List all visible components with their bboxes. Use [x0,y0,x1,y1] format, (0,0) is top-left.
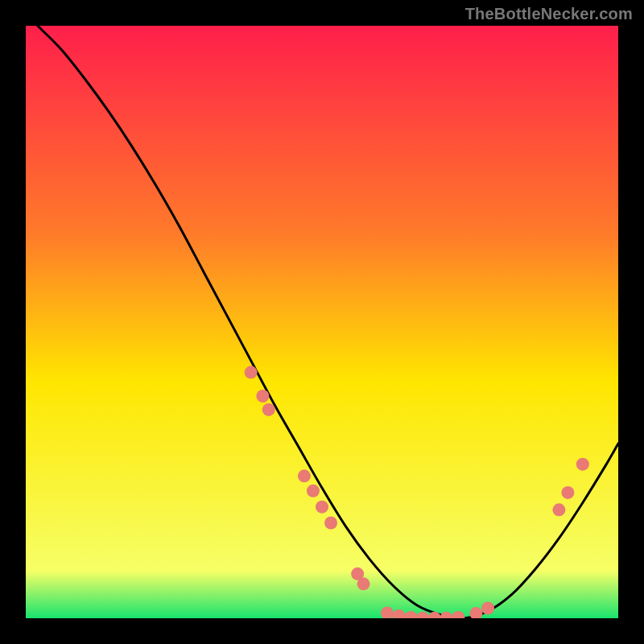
data-point [307,485,320,497]
data-point [481,601,494,614]
data-point [324,517,337,530]
chart-plot-area [26,26,618,618]
data-point [357,577,370,590]
data-point [262,403,275,416]
data-point [245,366,258,379]
data-point [576,458,589,471]
watermark-text: TheBottleNecker.com [465,5,633,23]
gradient-background [26,26,618,618]
data-point [256,390,269,402]
data-point [552,503,565,516]
data-point [298,469,311,482]
data-point [561,486,574,499]
chart-frame: TheBottleNecker.com [0,0,644,644]
data-point [316,501,328,514]
chart-svg [26,26,618,618]
